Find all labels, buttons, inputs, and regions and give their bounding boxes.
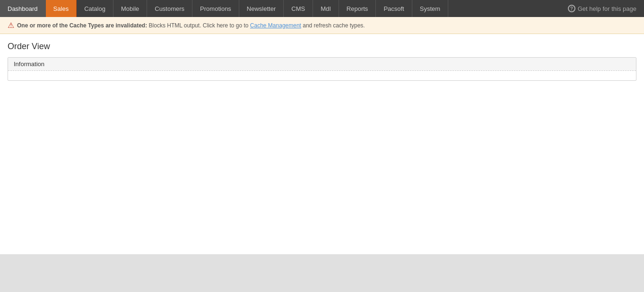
help-button[interactable]: ? Get help for this page bbox=[560, 0, 644, 17]
nav-spacer bbox=[448, 0, 560, 17]
warning-after: and refresh cache types. bbox=[303, 22, 365, 29]
warning-bold: One or more of the Cache Types are inval… bbox=[17, 22, 147, 29]
nav-item-system[interactable]: System bbox=[412, 0, 448, 17]
page-title: Order View bbox=[8, 42, 636, 52]
nav-item-newsletter[interactable]: Newsletter bbox=[239, 0, 284, 17]
nav-item-customers[interactable]: Customers bbox=[147, 0, 192, 17]
warning-icon: ⚠ bbox=[8, 21, 14, 30]
warning-text: One or more of the Cache Types are inval… bbox=[17, 22, 365, 29]
nav-item-reports[interactable]: Reports bbox=[339, 0, 376, 17]
help-label: Get help for this page bbox=[578, 5, 636, 12]
warning-middle: Blocks HTML output. Click here to go to bbox=[149, 22, 250, 29]
footer-area bbox=[0, 254, 644, 292]
main-content: Order View Information bbox=[0, 34, 644, 261]
nav-item-dashboard[interactable]: Dashboard bbox=[0, 0, 46, 17]
top-nav: Dashboard Sales Catalog Mobile Customers… bbox=[0, 0, 644, 17]
nav-item-pacsoft[interactable]: Pacsoft bbox=[376, 0, 412, 17]
info-panel: Information bbox=[8, 57, 636, 81]
cache-warning-bar: ⚠ One or more of the Cache Types are inv… bbox=[0, 17, 644, 34]
nav-item-mdi[interactable]: MdI bbox=[313, 0, 339, 17]
nav-item-sales[interactable]: Sales bbox=[46, 0, 77, 17]
help-icon: ? bbox=[568, 5, 575, 12]
cache-management-link[interactable]: Cache Management bbox=[250, 22, 301, 29]
info-panel-body bbox=[8, 71, 636, 80]
nav-item-mobile[interactable]: Mobile bbox=[113, 0, 147, 17]
nav-item-cms[interactable]: CMS bbox=[284, 0, 313, 17]
info-panel-header: Information bbox=[8, 58, 636, 71]
nav-item-promotions[interactable]: Promotions bbox=[192, 0, 239, 17]
nav-item-catalog[interactable]: Catalog bbox=[77, 0, 113, 17]
